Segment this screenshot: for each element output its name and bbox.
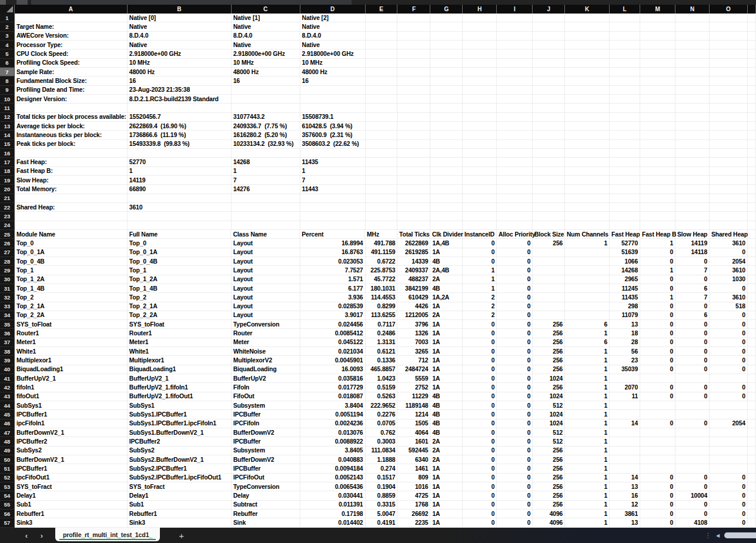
cell-F49[interactable]: 592445 <box>397 447 430 455</box>
cell-N29[interactable]: 7 <box>675 266 710 275</box>
cell-O30[interactable]: 1030 <box>710 275 748 284</box>
cell-P27[interactable] <box>748 248 756 257</box>
cell-M50[interactable] <box>640 455 675 464</box>
cell-N31[interactable]: 6 <box>675 284 710 293</box>
cell-G27[interactable]: 1A <box>430 248 463 257</box>
cell-E55[interactable]: 0.3315 <box>366 501 398 509</box>
cell-F11[interactable] <box>397 104 430 112</box>
cell-M12[interactable] <box>640 113 675 122</box>
cell-L29[interactable]: 14268 <box>610 266 640 275</box>
cell-H46[interactable]: 0 <box>463 419 497 428</box>
cell-L39[interactable]: 23 <box>610 356 640 365</box>
cell-E37[interactable]: 1.3131 <box>366 338 398 347</box>
cell-P23[interactable] <box>748 212 756 221</box>
cell-C16[interactable] <box>232 149 300 158</box>
cell-E22[interactable] <box>366 203 398 212</box>
column-header-F[interactable]: F <box>397 5 430 14</box>
cell-E52[interactable]: 0.1517 <box>366 474 398 482</box>
cell-N20[interactable] <box>675 185 710 194</box>
cell-F56[interactable]: 26692 <box>397 509 430 518</box>
cell-A28[interactable]: Top_0_4B <box>15 257 128 266</box>
cell-A19[interactable]: Slow Heap: <box>15 176 128 185</box>
cell-A30[interactable]: Top_1_2A <box>15 275 128 284</box>
cell-G35[interactable]: 1A <box>430 320 463 329</box>
cell-C6[interactable]: 10 MHz <box>232 59 300 68</box>
cell-I2[interactable] <box>497 22 533 31</box>
cell-O35[interactable]: 0 <box>710 320 748 329</box>
cell-A4[interactable]: Processor Type: <box>15 41 128 49</box>
cell-A37[interactable]: Meter1 <box>15 338 128 347</box>
cell-A43[interactable]: fifoOut1 <box>15 392 128 401</box>
cell-K28[interactable] <box>565 257 610 266</box>
cell-L7[interactable] <box>610 68 640 76</box>
cell-P21[interactable] <box>748 194 756 203</box>
cell-O24[interactable] <box>710 221 748 230</box>
cell-H37[interactable]: 0 <box>463 338 497 347</box>
cell-I41[interactable]: 0 <box>497 374 533 383</box>
cell-F46[interactable]: 1505 <box>397 419 430 428</box>
cell-P22[interactable] <box>748 203 756 212</box>
cell-M35[interactable]: 0 <box>640 320 675 329</box>
column-header-M[interactable]: M <box>640 5 675 14</box>
cell-K22[interactable] <box>565 203 610 212</box>
cell-K47[interactable]: 1 <box>565 428 610 437</box>
cell-M23[interactable] <box>640 212 675 221</box>
cell-D16[interactable] <box>300 149 366 158</box>
cell-P26[interactable] <box>748 239 756 248</box>
cell-J27[interactable] <box>533 248 565 257</box>
cell-I5[interactable] <box>497 49 533 58</box>
cell-K29[interactable] <box>565 266 610 275</box>
cell-O10[interactable] <box>710 95 748 104</box>
cell-C31[interactable]: Layout <box>232 284 300 293</box>
cell-B3[interactable]: 8.D.4.0 <box>128 32 232 41</box>
cell-D33[interactable]: 0.028539 <box>300 302 366 311</box>
row-header-48[interactable]: 48 <box>0 437 15 446</box>
cell-H25[interactable]: InstanceID <box>463 230 497 239</box>
cell-I24[interactable] <box>497 221 533 230</box>
cell-M8[interactable] <box>640 76 675 85</box>
cell-A31[interactable]: Top_1_4B <box>15 284 128 293</box>
column-header-B[interactable]: B <box>128 5 232 14</box>
cell-K24[interactable] <box>565 221 610 230</box>
cell-H41[interactable]: 0 <box>463 374 497 383</box>
cell-N56[interactable]: 0 <box>675 509 710 518</box>
cell-J50[interactable]: 256 <box>533 455 565 464</box>
cell-M15[interactable] <box>640 140 675 149</box>
cell-F21[interactable] <box>397 194 430 203</box>
cell-J5[interactable] <box>533 49 565 58</box>
cell-E4[interactable] <box>366 41 398 49</box>
cell-C35[interactable]: TypeConversion <box>232 320 300 329</box>
cell-A3[interactable]: AWECore Version: <box>15 32 128 41</box>
cell-K40[interactable]: 1 <box>565 365 610 374</box>
cell-M16[interactable] <box>640 149 675 158</box>
cell-K17[interactable] <box>565 158 610 166</box>
cell-K30[interactable] <box>565 275 610 284</box>
cell-E47[interactable]: 0.762 <box>366 428 398 437</box>
cell-E24[interactable] <box>366 221 398 230</box>
row-header-30[interactable]: 30 <box>0 275 15 284</box>
cell-C27[interactable]: Layout <box>232 248 300 257</box>
cell-K48[interactable]: 1 <box>565 437 610 446</box>
cell-L30[interactable]: 2965 <box>610 275 640 284</box>
cell-G25[interactable]: Clk Divider <box>430 230 463 239</box>
cell-F12[interactable] <box>398 113 431 122</box>
cell-O12[interactable] <box>710 113 748 122</box>
cell-L40[interactable]: 35039 <box>610 365 640 374</box>
cell-F45[interactable]: 1214 <box>397 410 430 419</box>
cell-L25[interactable]: Fast Heap <box>610 230 640 239</box>
cell-L23[interactable] <box>610 212 640 221</box>
cell-H56[interactable]: 0 <box>463 509 497 518</box>
cell-D57[interactable]: 0.014402 <box>300 518 366 527</box>
cell-D23[interactable] <box>300 212 366 221</box>
cell-M9[interactable] <box>640 86 675 95</box>
row-header-47[interactable]: 47 <box>0 428 15 437</box>
cell-M46[interactable]: 0 <box>640 419 675 428</box>
cell-E8[interactable] <box>366 76 398 85</box>
cell-C54[interactable]: Delay <box>232 491 300 500</box>
cell-N37[interactable]: 0 <box>675 338 710 347</box>
cell-G18[interactable] <box>430 167 463 176</box>
cell-L13[interactable] <box>610 122 640 131</box>
cell-D32[interactable]: 3.936 <box>300 293 366 302</box>
cell-K45[interactable]: 1 <box>565 410 610 419</box>
cell-H23[interactable] <box>463 212 497 221</box>
